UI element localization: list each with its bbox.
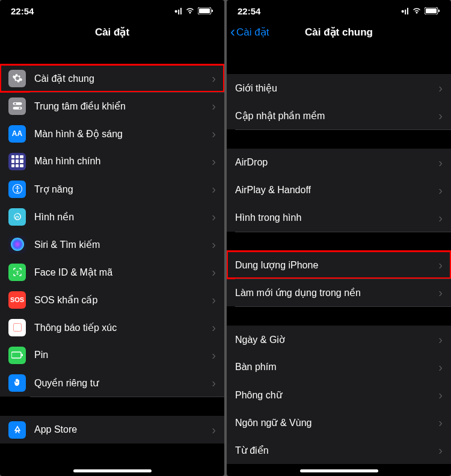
wifi-icon — [412, 6, 422, 16]
row-label: Quyền riêng tư — [34, 377, 212, 389]
row-keyboard[interactable]: Bàn phím › — [227, 353, 451, 381]
chevron-right-icon: › — [212, 238, 216, 252]
exposure-icon — [8, 319, 26, 336]
chevron-right-icon: › — [212, 423, 216, 437]
chevron-right-icon: › — [438, 258, 443, 272]
row-label: SOS khẩn cấp — [34, 294, 212, 306]
row-date-time[interactable]: Ngày & Giờ › — [227, 326, 451, 353]
svg-point-4 — [14, 103, 16, 105]
chevron-right-icon: › — [212, 155, 216, 168]
row-label: Phông chữ — [235, 389, 438, 401]
chevron-right-icon: › — [438, 416, 443, 430]
chevron-right-icon: › — [438, 286, 443, 300]
row-accessibility[interactable]: Trợ năng › — [0, 175, 224, 203]
row-wallpaper[interactable]: Hình nền › — [0, 203, 224, 230]
row-label: Pin — [34, 350, 212, 360]
svg-rect-14 — [438, 10, 440, 12]
row-airdrop[interactable]: AirDrop › — [227, 149, 451, 176]
settings-list: Cài đặt chung › Trung tâm điều khiển › A… — [0, 45, 224, 444]
row-privacy[interactable]: Quyền riêng tư › — [0, 369, 224, 397]
chevron-right-icon: › — [212, 265, 216, 279]
row-dictionary[interactable]: Từ điển › — [227, 436, 451, 464]
chevron-right-icon: › — [438, 184, 443, 197]
status-indicators — [174, 6, 213, 16]
chevron-left-icon: ‹ — [230, 25, 235, 39]
svg-rect-10 — [11, 352, 21, 358]
battery-row-icon — [8, 347, 26, 364]
row-label: Siri & Tìm kiếm — [34, 239, 212, 250]
row-control-center[interactable]: Trung tâm điều khiển › — [0, 92, 224, 120]
row-sos[interactable]: SOS SOS khẩn cấp › — [0, 286, 224, 314]
chevron-right-icon: › — [212, 376, 216, 390]
row-faceid[interactable]: Face ID & Mật mã › — [0, 258, 224, 286]
row-display[interactable]: AA Màn hình & Độ sáng › — [0, 120, 224, 147]
svg-point-6 — [19, 107, 20, 109]
row-appstore[interactable]: App Store › — [0, 416, 224, 444]
row-iphone-storage[interactable]: Dung lượng iPhone › — [227, 251, 451, 279]
row-battery[interactable]: Pin › — [0, 341, 224, 369]
row-label: Trợ năng — [34, 184, 212, 195]
status-bar: 22:54 — [227, 0, 451, 19]
back-button[interactable]: ‹ Cài đặt — [230, 25, 269, 39]
page-title: Cài đặt chung — [305, 26, 373, 39]
row-home-screen[interactable]: Màn hình chính › — [0, 147, 224, 175]
row-label: AirDrop — [235, 157, 438, 168]
wallpaper-icon — [8, 208, 26, 226]
general-list: Giới thiệu › Cập nhật phần mềm › AirDrop… — [227, 45, 451, 464]
row-label: Màn hình chính — [34, 156, 212, 167]
switches-icon — [8, 97, 26, 115]
home-indicator[interactable] — [73, 469, 152, 472]
chevron-right-icon: › — [438, 156, 443, 170]
row-general[interactable]: Cài đặt chung › — [0, 64, 224, 92]
row-siri[interactable]: Siri & Tìm kiếm › — [0, 230, 224, 258]
phone-right-general: 22:54 ‹ Cài đặt Cài đặt chung Giới thiệu… — [227, 0, 451, 476]
row-fonts[interactable]: Phông chữ › — [227, 381, 451, 409]
nav-bar: ‹ Cài đặt Cài đặt chung — [227, 19, 451, 45]
row-label: Hình nền — [34, 211, 212, 223]
row-label: Làm mới ứng dụng trong nền — [235, 287, 438, 298]
chevron-right-icon: › — [438, 81, 443, 95]
svg-rect-11 — [22, 354, 23, 356]
sos-icon: SOS — [8, 291, 26, 309]
row-label: Cài đặt chung — [34, 73, 212, 84]
page-title: Cài đặt — [95, 26, 129, 39]
row-software-update[interactable]: Cập nhật phần mềm › — [227, 102, 451, 129]
home-grid-icon — [8, 153, 26, 170]
row-label: Từ điển — [235, 445, 438, 456]
row-label: Dung lượng iPhone — [235, 259, 438, 271]
row-language-region[interactable]: Ngôn ngữ & Vùng › — [227, 409, 451, 436]
status-indicators — [401, 6, 440, 16]
svg-rect-13 — [426, 8, 437, 13]
chevron-right-icon: › — [438, 333, 443, 347]
row-airplay[interactable]: AirPlay & Handoff › — [227, 176, 451, 204]
siri-icon — [8, 236, 26, 253]
row-exposure[interactable]: Thông báo tiếp xúc › — [0, 314, 224, 341]
battery-icon — [198, 6, 213, 16]
appstore-icon — [8, 421, 26, 439]
faceid-icon — [8, 264, 26, 281]
row-label: Ngôn ngữ & Vùng — [235, 417, 438, 428]
chevron-right-icon: › — [438, 444, 443, 457]
row-background-refresh[interactable]: Làm mới ứng dụng trong nền › — [227, 279, 451, 306]
hand-icon — [8, 374, 26, 392]
row-label: AirPlay & Handoff — [235, 185, 438, 196]
chevron-right-icon: › — [212, 293, 216, 307]
chevron-right-icon: › — [212, 210, 216, 224]
nav-bar: Cài đặt — [0, 19, 224, 45]
accessibility-icon — [8, 181, 26, 198]
row-label: Ngày & Giờ — [235, 334, 438, 345]
chevron-right-icon: › — [438, 360, 443, 374]
chevron-right-icon: › — [212, 99, 216, 113]
row-label: Trung tâm điều khiển — [34, 100, 212, 112]
svg-rect-2 — [212, 10, 213, 12]
row-pip[interactable]: Hình trong hình › — [227, 204, 451, 232]
home-indicator[interactable] — [300, 469, 378, 472]
row-label: Thông báo tiếp xúc — [34, 322, 212, 333]
cellular-icon — [174, 6, 182, 16]
chevron-right-icon: › — [212, 321, 216, 335]
row-about[interactable]: Giới thiệu › — [227, 74, 451, 102]
chevron-right-icon: › — [212, 72, 216, 85]
status-time: 22:54 — [11, 6, 34, 16]
status-time: 22:54 — [238, 6, 260, 16]
svg-rect-1 — [199, 8, 210, 13]
